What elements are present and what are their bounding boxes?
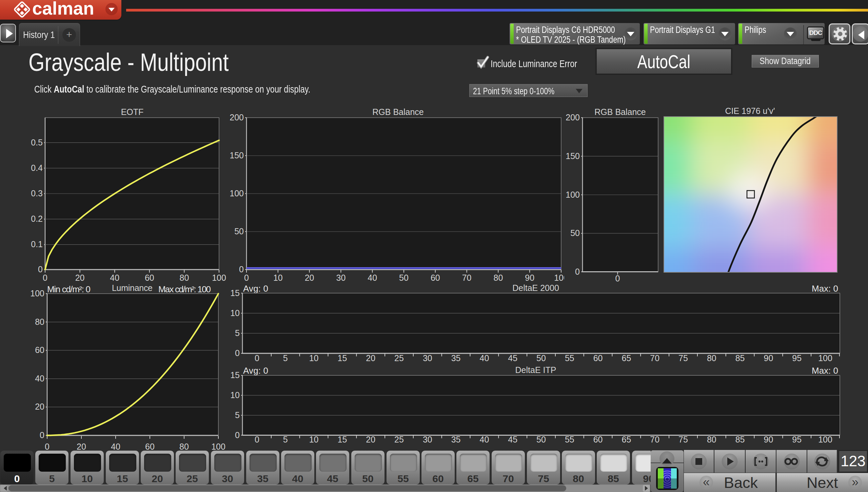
svg-text:15: 15: [337, 435, 347, 444]
svg-text:0: 0: [239, 264, 244, 274]
svg-text:25: 25: [394, 435, 404, 444]
svg-text:100: 100: [211, 442, 225, 451]
svg-text:0.4: 0.4: [31, 163, 43, 173]
svg-text:Max cd/m²: 100: Max cd/m²: 100: [158, 284, 211, 294]
svg-text:Min cd/m²: 0: Min cd/m²: 0: [47, 284, 91, 294]
svg-text:RGB Balance: RGB Balance: [372, 107, 423, 117]
svg-text:150: 150: [566, 151, 580, 161]
svg-text:90: 90: [764, 353, 773, 363]
svg-text:35: 35: [451, 435, 461, 444]
svg-text:95: 95: [792, 353, 802, 363]
svg-text:100: 100: [818, 435, 832, 444]
svg-text:45: 45: [508, 435, 517, 444]
svg-text:0: 0: [244, 273, 249, 282]
svg-text:85: 85: [735, 353, 745, 363]
svg-text:200: 200: [230, 113, 244, 122]
svg-text:70: 70: [650, 353, 659, 363]
svg-text:0.1: 0.1: [31, 239, 43, 249]
svg-text:Luminance: Luminance: [112, 283, 153, 293]
svg-text:0.2: 0.2: [31, 214, 43, 223]
svg-text:0: 0: [235, 430, 240, 440]
svg-text:50: 50: [536, 353, 546, 363]
svg-text:65: 65: [622, 435, 631, 444]
svg-text:DeltaE ITP: DeltaE ITP: [515, 365, 556, 375]
svg-text:75: 75: [678, 353, 688, 363]
svg-text:70: 70: [650, 435, 659, 444]
svg-text:60: 60: [35, 345, 44, 355]
svg-text:10: 10: [309, 353, 319, 363]
svg-text:0: 0: [45, 442, 50, 451]
svg-text:75: 75: [678, 435, 688, 444]
svg-text:85: 85: [735, 435, 745, 444]
svg-text:55: 55: [565, 353, 574, 363]
svg-text:5: 5: [283, 353, 288, 363]
svg-text:5: 5: [235, 328, 240, 338]
svg-text:150: 150: [230, 151, 244, 160]
svg-text:40: 40: [35, 374, 44, 383]
svg-text:0: 0: [575, 267, 580, 276]
svg-text:10: 10: [309, 435, 319, 444]
svg-text:80: 80: [179, 273, 189, 282]
svg-text:60: 60: [431, 273, 440, 282]
svg-text:10: 10: [273, 273, 283, 282]
svg-text:35: 35: [451, 353, 461, 363]
svg-text:55: 55: [565, 435, 574, 444]
svg-text:10: 10: [230, 390, 240, 400]
svg-text:200: 200: [566, 113, 580, 122]
svg-text:20: 20: [366, 353, 375, 363]
svg-text:100: 100: [30, 289, 44, 298]
svg-text:0: 0: [255, 353, 259, 363]
svg-text:0: 0: [38, 264, 43, 274]
svg-text:DeltaE 2000: DeltaE 2000: [512, 283, 559, 293]
svg-text:5: 5: [283, 435, 288, 444]
svg-text:RGB Balance: RGB Balance: [594, 107, 646, 117]
svg-text:40: 40: [110, 273, 119, 282]
svg-text:30: 30: [423, 435, 432, 444]
svg-text:40: 40: [368, 273, 377, 282]
svg-text:80: 80: [493, 273, 503, 282]
svg-text:40: 40: [479, 435, 489, 444]
svg-text:100: 100: [212, 273, 226, 282]
svg-text:45: 45: [508, 353, 517, 363]
svg-text:CIE 1976 u'v': CIE 1976 u'v': [725, 106, 775, 116]
svg-text:Max: 0: Max: 0: [812, 366, 838, 376]
svg-text:50: 50: [570, 228, 580, 238]
svg-text:60: 60: [593, 435, 603, 444]
svg-text:0: 0: [615, 274, 620, 283]
svg-text:80: 80: [707, 353, 716, 363]
svg-text:65: 65: [622, 353, 631, 363]
svg-text:30: 30: [336, 273, 346, 282]
svg-text:15: 15: [337, 353, 347, 363]
svg-text:40: 40: [111, 442, 120, 451]
svg-text:10: 10: [230, 308, 240, 318]
svg-text:60: 60: [593, 353, 603, 363]
svg-text:90: 90: [525, 273, 534, 282]
svg-text:60: 60: [145, 442, 155, 451]
svg-text:Avg: 0: Avg: 0: [243, 366, 268, 376]
svg-text:20: 20: [75, 273, 85, 282]
svg-text:20: 20: [305, 273, 314, 282]
svg-text:30: 30: [423, 353, 432, 363]
svg-text:20: 20: [77, 442, 86, 451]
svg-text:Avg: 0: Avg: 0: [243, 283, 268, 294]
svg-text:80: 80: [179, 442, 189, 451]
svg-text:90: 90: [764, 435, 773, 444]
svg-text:0: 0: [235, 348, 240, 358]
svg-text:60: 60: [145, 273, 154, 282]
svg-text:50: 50: [536, 435, 546, 444]
svg-text:20: 20: [366, 435, 375, 444]
svg-text:0.5: 0.5: [31, 138, 43, 147]
svg-text:20: 20: [35, 402, 44, 411]
svg-text:25: 25: [394, 353, 404, 363]
svg-text:0: 0: [255, 435, 259, 444]
svg-text:80: 80: [35, 317, 44, 327]
svg-text:100: 100: [230, 189, 244, 198]
svg-text:Max: 0: Max: 0: [812, 283, 838, 294]
svg-text:70: 70: [462, 273, 472, 282]
svg-text:0: 0: [40, 430, 44, 440]
svg-text:95: 95: [792, 435, 802, 444]
svg-text:0: 0: [43, 273, 47, 282]
svg-text:15: 15: [230, 370, 240, 380]
svg-text:80: 80: [707, 435, 716, 444]
svg-text:50: 50: [234, 227, 244, 236]
